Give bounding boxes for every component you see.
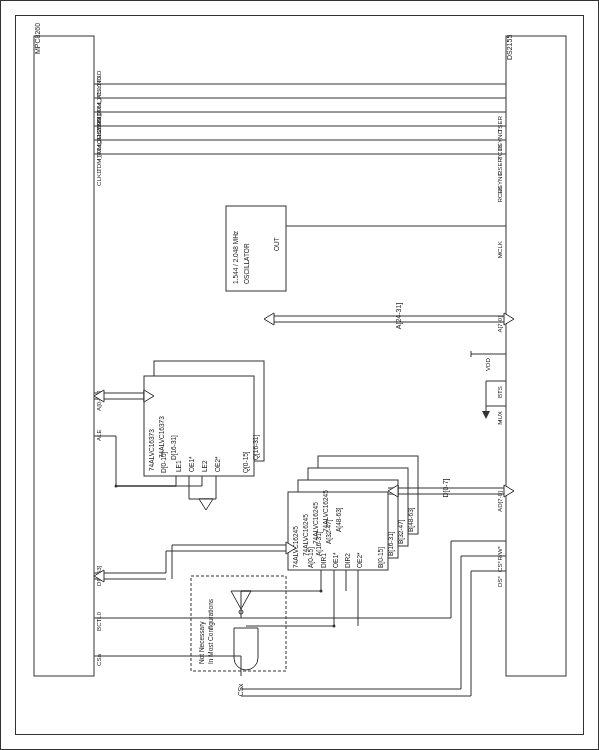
bus-d063: [94, 542, 296, 582]
xcvr-oe1: OE1*: [332, 552, 339, 568]
svg-rect-0: [34, 36, 94, 676]
pin-r-2: TCLK: [496, 143, 503, 160]
osc-line1: 1.544 / 2.048 MHz: [232, 230, 239, 284]
inner-frame: MPC8260 TDM_A1:L1TXD TDM_A1:L1TSYNC CLK2…: [15, 15, 584, 735]
xcvr-oe2: OE2*: [356, 552, 363, 568]
bus-lbl-d07: D[0-7]: [442, 478, 450, 497]
top-wires: [94, 84, 506, 154]
xcvr-a3: A[0-15]: [307, 547, 315, 568]
svg-marker-13: [264, 313, 274, 325]
xcvr-b0: B[48-63]: [407, 507, 415, 532]
pin-r-vdd: VDD: [484, 357, 491, 371]
diagram-frame: MPC8260 TDM_A1:L1TXD TDM_A1:L1TSYNC CLK2…: [0, 0, 599, 750]
latch-q2: Q[0-15]: [242, 451, 250, 473]
schematic: MPC8260 TDM_A1:L1TXD TDM_A1:L1TSYNC CLK2…: [16, 16, 585, 736]
osc-out: OUT: [273, 237, 280, 251]
note-l1: Not Necessary: [198, 621, 206, 664]
note-l2: In Most Configurations: [207, 598, 215, 664]
xcvr-dir2: DIR2: [344, 553, 351, 568]
pin-r-ds: DS*: [496, 575, 503, 587]
chip-right: DS2155: [506, 35, 566, 676]
latch-oe1: OE1*: [188, 456, 195, 472]
latch-oe2: OE2*: [214, 456, 221, 472]
xcvr-b2: B[16-31]: [387, 531, 395, 556]
oscillator: 1.544 / 2.048 MHz OSCILLATOR OUT: [226, 206, 506, 291]
xcvr-a2: A[16-31]: [315, 531, 323, 556]
pin-r-bts: BTS: [496, 386, 503, 398]
svg-rect-1: [506, 36, 566, 676]
pin-r-rw: R/W*: [496, 545, 503, 560]
chip-right-pins: TSER TSYNC TCLK RSER RSYNC RCLK MCLK A[7…: [484, 115, 503, 587]
note-box: Not Necessary In Most Configurations CSx: [191, 576, 286, 696]
pin-l-4: TDM_A1:L1RSYNC: [95, 117, 102, 172]
latch-le1: LE1: [175, 460, 182, 472]
csa-wire: [94, 556, 506, 696]
chip-right-name: DS2155: [506, 35, 513, 60]
svg-point-61: [320, 590, 323, 593]
latch-q1: Q[16-31]: [252, 435, 260, 460]
pin-r-a70: A[7-0]: [496, 316, 503, 333]
pin-l-bctl0: BCTL0: [95, 611, 102, 631]
pin-l-5: CLK1: [95, 170, 102, 186]
pin-l-ale: ALE: [95, 429, 102, 441]
xcvr-a0: A[48-63]: [335, 507, 343, 532]
pin-r-0: TSER: [496, 115, 503, 132]
svg-marker-30: [199, 499, 213, 510]
svg-marker-53: [482, 411, 490, 419]
pin-r-mclk: MCLK: [496, 240, 503, 258]
latch-part1: 74ALVC16373: [158, 416, 165, 458]
latch-le2: LE2: [201, 460, 208, 472]
latch-group: 74ALVC16373 74ALVC16373 D[16-31] Q[16-31…: [144, 361, 264, 476]
xcvr-b1: B[32-47]: [397, 519, 405, 544]
svg-point-26: [115, 485, 118, 488]
xcvr-group: 74ALVC16245 74ALVC16245 74ALVC16245 74AL…: [288, 456, 418, 570]
latch-d2: D[0-15]: [160, 451, 168, 473]
pin-r-cs: CS*: [496, 560, 503, 572]
pin-r-mux: MUX: [496, 411, 503, 425]
xcvr-b3: B[0-15]: [377, 547, 385, 568]
and-gate-icon: [234, 628, 258, 670]
xcvr-a1: A[32-47]: [325, 519, 333, 544]
bus-a2431: A[24-31]: [264, 303, 514, 330]
chip-left: MPC8260: [34, 23, 94, 676]
latch-part2: 74ALVC16373: [148, 429, 155, 471]
chip-left-name: MPC8260: [34, 23, 41, 54]
xcvr-dir1: DIR1: [320, 553, 327, 568]
pin-l-csa: CSa: [95, 653, 102, 666]
latch-d1: D[16-31]: [170, 435, 178, 460]
pin-r-5: RCLK: [496, 185, 503, 202]
osc-line2: OSCILLATOR: [243, 243, 250, 284]
bus-lbl-a2431: A[24-31]: [395, 303, 403, 330]
svg-point-70: [333, 625, 336, 628]
